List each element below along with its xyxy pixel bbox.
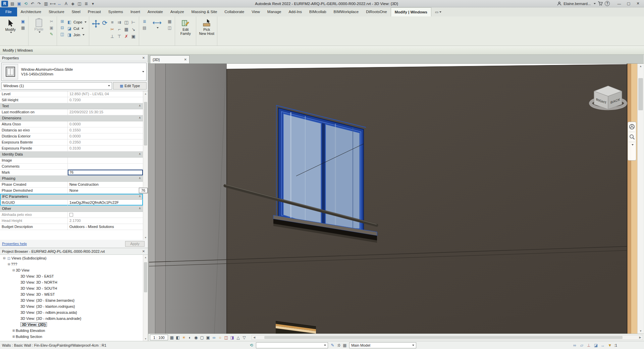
editable-only-icon[interactable]: ✎ [330, 343, 335, 348]
collapse-section-icon[interactable]: ∧ [137, 103, 143, 109]
app-menu-button[interactable]: R [1, 1, 8, 7]
trim-icon[interactable]: ⌐ [116, 26, 122, 33]
property-value[interactable]: 2.1700 [68, 218, 143, 224]
collapse-icon[interactable]: ⊟ [7, 263, 11, 266]
property-row-mark[interactable]: Mark76 [0, 170, 143, 176]
canvas-horizontal-scrollbar[interactable]: ◀ ▶ [252, 335, 643, 340]
scrollbar-thumb[interactable] [144, 262, 147, 292]
ribbon-tab-precast[interactable]: Precast [84, 7, 105, 16]
collapse-icon[interactable]: ⊟ [11, 269, 16, 272]
collapse-section-icon[interactable]: ∧ [137, 152, 143, 157]
left-wall-return[interactable] [155, 64, 165, 334]
section-phasing[interactable]: Phasing∧ [0, 176, 143, 182]
copy-modify-icon[interactable]: ▣ [130, 33, 137, 40]
close-project-browser-icon[interactable]: ✕ [141, 249, 146, 253]
ribbon-tab-view[interactable]: View [248, 7, 264, 16]
property-row-image[interactable]: Image [0, 158, 143, 164]
ribbon-tab-architecture[interactable]: Architecture [17, 7, 45, 16]
tree-item-3d-view-3d-west[interactable]: 3D View: 3D - WEST [0, 291, 148, 297]
delete-icon[interactable]: ✗ [123, 33, 129, 40]
move-icon[interactable] [92, 19, 100, 28]
match-type-icon[interactable]: ✎ [49, 32, 54, 37]
ribbon-tab-add-ins[interactable]: Add-Ins [285, 7, 306, 16]
restore-button[interactable]: ▢ [624, 0, 633, 7]
sun-path-icon[interactable]: ☀ [181, 335, 187, 340]
default-3d-view-icon[interactable]: ◈ [70, 1, 76, 6]
properties-scrollbar[interactable]: ▲ ▼ [143, 91, 148, 240]
cut-geometry-button-icon[interactable]: ◪ [67, 26, 72, 31]
copy-icon[interactable]: ▣ [49, 25, 54, 31]
split-face-icon[interactable]: ◫ [59, 32, 65, 37]
pick-new-host-button[interactable]: Pick New Host [199, 18, 215, 36]
family-category-icon[interactable]: ▦ [20, 25, 26, 31]
expand-icon[interactable]: ⊞ [11, 335, 16, 338]
unpin-icon[interactable]: ⊤ [116, 33, 122, 40]
scroll-up-icon[interactable]: ▲ [145, 91, 147, 96]
worksets-dropdown[interactable] [256, 342, 328, 348]
extend-icon[interactable]: ⊢ [130, 19, 137, 25]
rotate-icon[interactable]: ⟳ [102, 19, 107, 27]
left-wall-edge[interactable] [148, 64, 155, 334]
signed-in-user[interactable]: Elaine.bernard... [564, 2, 591, 6]
tree-item-3d-view[interactable]: ⊟3D View [0, 267, 148, 273]
navbar-chevron-icon[interactable] [632, 144, 634, 146]
align-icon[interactable]: ≡ [109, 19, 115, 25]
undo-icon[interactable]: ↶ [30, 1, 36, 6]
side-wall-gray[interactable] [165, 64, 227, 334]
expand-icon[interactable]: ⊞ [11, 329, 16, 332]
property-value[interactable]: 22/09/2022 15:30:15 [68, 109, 143, 115]
section-text[interactable]: Text∧ [0, 103, 143, 109]
ribbon-tab-analyze[interactable]: Analyze [167, 7, 188, 16]
checkbox[interactable] [69, 213, 73, 217]
ribbon-tab-annotate[interactable]: Annotate [144, 7, 167, 16]
select-pinned-icon[interactable]: ⊥ [586, 343, 592, 348]
property-row-last-modification-on[interactable]: Last modification on22/09/2022 15:30:15 [0, 109, 143, 115]
cope-button[interactable]: ◧Cope [67, 19, 87, 25]
cut-geometry-button[interactable]: ◪Cut [67, 25, 87, 31]
property-value[interactable]: Outdoors - Mixed Solutions [68, 224, 143, 230]
view-tab-3d[interactable]: {3D} ✕ [150, 55, 190, 63]
section-ifc-parameters[interactable]: IFC Parameters∧ [0, 194, 143, 200]
ribbon-tab-insert[interactable]: Insert [127, 7, 144, 16]
scroll-up-icon[interactable]: ▲ [639, 64, 642, 69]
array-icon[interactable]: ▦ [123, 26, 129, 33]
scale-icon[interactable]: ↘ [130, 26, 137, 33]
pin-icon[interactable]: ⊥ [109, 33, 115, 40]
ribbon-tab-file[interactable]: File [0, 7, 17, 16]
property-value[interactable]: 1xwOgJRwz2QfmAOc1Pc22F [68, 200, 143, 206]
user-menu-chevron-icon[interactable] [594, 3, 596, 4]
type-selector-chevron-icon[interactable] [142, 71, 144, 72]
join-geometry-button[interactable]: ◨Join [67, 32, 87, 38]
show-rendering-icon[interactable]: ◉ [193, 335, 199, 340]
select-by-face-icon[interactable]: ◪ [593, 343, 599, 348]
temporary-hide-isolate-icon[interactable]: ∞ [211, 335, 217, 340]
ribbon-tab-modify-windows[interactable]: Modify | Windows [391, 7, 431, 16]
property-value[interactable]: 0.2350 [68, 139, 143, 145]
tree-item-building-elevation[interactable]: ⊞Building Elevation [0, 328, 148, 334]
properties-help-link[interactable]: Properties help [2, 242, 27, 246]
offset-icon[interactable]: ⇉ [116, 19, 122, 25]
ribbon-tab-steel[interactable]: Steel [68, 7, 84, 16]
thin-lines-icon[interactable]: ≣ [83, 1, 89, 6]
collapse-section-icon[interactable]: ∧ [137, 206, 143, 212]
tree-item-3d-view-3d-north[interactable]: 3D View: 3D - NORTH [0, 279, 148, 285]
property-row-altura-osso[interactable]: Altura Osso0.0000 [0, 121, 143, 127]
zoom-icon[interactable] [629, 134, 635, 140]
paint-icon[interactable]: ⊟ [59, 25, 65, 31]
tree-item-3d-view-3d-ndbim-jessica-aida[interactable]: 3D View: {3D - ndbim.jessica.aida} [0, 309, 148, 315]
close-view-icon[interactable]: ✕ [184, 58, 187, 61]
join-geometry-button-icon[interactable]: ◨ [67, 32, 72, 38]
detail-level-icon[interactable]: ▦ [169, 335, 175, 340]
crop-view-icon[interactable]: ▢ [199, 335, 205, 340]
canvas-vertical-scrollbar[interactable]: ▲ ▼ [637, 64, 644, 334]
paste-button[interactable]: Paste [31, 18, 47, 33]
scroll-right-icon[interactable]: ▶ [638, 336, 643, 339]
apply-button[interactable]: Apply [125, 241, 145, 247]
scroll-left-icon[interactable]: ◀ [252, 336, 257, 339]
ribbon-tab-bimcollab[interactable]: BIMcollab [306, 7, 330, 16]
ribbon-tab-collaborate[interactable]: Collaborate [221, 7, 248, 16]
property-row-alinhada-pelo-eixo[interactable]: Alinhada pelo eixo [0, 212, 143, 218]
scroll-down-icon[interactable]: ▼ [145, 336, 147, 341]
mark-edit-field[interactable]: 76 [68, 170, 143, 175]
collapse-section-icon[interactable]: ∧ [137, 176, 143, 181]
